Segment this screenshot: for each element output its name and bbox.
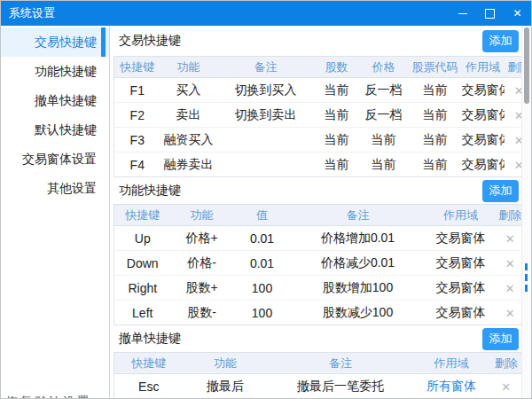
cell: 股数减少100 <box>292 301 425 325</box>
column-header: 股票代码 <box>409 57 462 78</box>
sidebar-item-1[interactable]: 功能快捷键 <box>1 57 109 86</box>
sidebar-item-4[interactable]: 交易窗体设置 <box>1 145 109 174</box>
cell: Left <box>114 301 171 325</box>
settings-window: 系统设置 ✕ 交易快捷键功能快捷键撤单快捷键默认快捷键交易窗体设置其他设置恢复默… <box>0 0 532 399</box>
cell: 价格减少0.01 <box>292 251 425 276</box>
delete-row-icon[interactable]: ✕ <box>501 380 511 394</box>
window-title: 系统设置 <box>1 5 449 21</box>
cell: 当前 <box>359 153 409 177</box>
minimize-button[interactable] <box>449 1 476 26</box>
column-header: 备注 <box>292 205 425 226</box>
cell <box>217 153 315 177</box>
sidebar-item-5[interactable]: 其他设置 <box>1 174 109 203</box>
shortcut-table: 快捷键功能备注股数价格股票代码作用域删除F1买入切换到买入当前反一档当前交易窗体… <box>113 56 531 177</box>
sidebar-item-3[interactable]: 默认快捷键 <box>1 115 109 145</box>
window-controls: ✕ <box>449 1 531 26</box>
scrollbar-accent-mark <box>525 285 528 292</box>
cell: 股数增加100 <box>292 276 425 301</box>
cell: F1 <box>114 78 160 103</box>
cell: 交易窗体 <box>462 103 505 128</box>
cell: 当前 <box>409 103 462 128</box>
scrollbar-thumb[interactable] <box>524 27 529 104</box>
cell: F4 <box>114 153 160 177</box>
delete-cell: ✕ <box>497 251 524 276</box>
cell: 交易窗体 <box>462 128 505 153</box>
cell <box>217 128 315 153</box>
section-header: 撤单快捷键添加 <box>113 325 531 352</box>
cell: 交易窗体 <box>425 276 497 301</box>
column-header: 值 <box>233 205 292 226</box>
cell: 切换到卖出 <box>217 103 315 128</box>
cell: 交易窗体 <box>425 226 497 251</box>
minimize-icon <box>458 13 467 14</box>
add-button[interactable]: 添加 <box>482 328 519 350</box>
cell: 股数- <box>171 301 233 325</box>
settings-sidebar: 交易快捷键功能快捷键撤单快捷键默认快捷键交易窗体设置其他设置恢复默认设置 <box>1 26 110 398</box>
table-row: Right股数+100股数增加100交易窗体✕ <box>114 276 524 301</box>
delete-cell: ✕ <box>489 374 524 399</box>
table-row: Esc撤最后撤最后一笔委托所有窗体✕ <box>114 374 524 399</box>
column-header: 作用域 <box>425 205 497 226</box>
table-row: F3融资买入当前当前当前交易窗体✕ <box>114 128 532 153</box>
column-header: 删除 <box>489 353 524 374</box>
table-row: Left股数-100股数减少100交易窗体✕ <box>114 301 524 325</box>
add-button[interactable]: 添加 <box>482 30 519 52</box>
section-title: 交易快捷键 <box>119 33 181 49</box>
cell: 当前 <box>409 153 462 177</box>
cell: 交易窗体 <box>462 153 505 177</box>
add-button[interactable]: 添加 <box>482 180 519 202</box>
column-header: 删除 <box>497 205 524 226</box>
close-button[interactable]: ✕ <box>504 1 531 26</box>
column-header: 快捷键 <box>114 205 171 226</box>
cell: 反一档 <box>359 78 409 103</box>
title-bar: 系统设置 ✕ <box>1 1 531 26</box>
cell: 融资买入 <box>160 128 217 153</box>
cell: 当前 <box>409 128 462 153</box>
settings-content: 交易快捷键添加快捷键功能备注股数价格股票代码作用域删除F1买入切换到买入当前反一… <box>110 26 531 398</box>
cell: 交易窗体 <box>425 251 497 276</box>
column-header: 备注 <box>217 57 315 78</box>
cell: 当前 <box>315 128 359 153</box>
table-row: F4融券卖出当前当前当前交易窗体✕ <box>114 153 532 177</box>
sidebar-item-0[interactable]: 交易快捷键 <box>1 27 109 57</box>
cell: 当前 <box>359 128 409 153</box>
shortcut-table: 快捷键功能值备注作用域删除Up价格+0.01价格增加0.01交易窗体✕Down价… <box>113 204 524 325</box>
close-icon: ✕ <box>512 8 521 19</box>
cell: Esc <box>114 374 184 399</box>
cell: 所有窗体 <box>414 374 489 399</box>
cell: 融券卖出 <box>160 153 217 177</box>
column-header: 功能 <box>171 205 233 226</box>
cell: 价格增加0.01 <box>292 226 425 251</box>
cell: F2 <box>114 103 160 128</box>
cell: Up <box>114 226 171 251</box>
cell: 反一档 <box>359 103 409 128</box>
delete-row-icon[interactable]: ✕ <box>505 257 515 270</box>
sidebar-item-2[interactable]: 撤单快捷键 <box>1 86 109 115</box>
maximize-button[interactable] <box>476 1 504 26</box>
section-2: 撤单快捷键添加快捷键功能备注作用域删除Esc撤最后撤最后一笔委托所有窗体✕~撤全… <box>113 325 531 398</box>
delete-row-icon[interactable]: ✕ <box>505 307 515 320</box>
cell: 撤最后一笔委托 <box>268 374 414 399</box>
column-header: 功能 <box>160 57 217 78</box>
delete-row-icon[interactable]: ✕ <box>505 232 515 246</box>
scrollbar-accent-mark <box>525 263 528 270</box>
vertical-scrollbar[interactable] <box>521 26 531 398</box>
delete-cell: ✕ <box>497 301 524 325</box>
window-body: 交易快捷键功能快捷键撤单快捷键默认快捷键交易窗体设置其他设置恢复默认设置 交易快… <box>1 26 531 398</box>
cell: 切换到买入 <box>217 78 315 103</box>
cell: 撤最后 <box>184 374 268 399</box>
cell: 当前 <box>315 153 359 177</box>
delete-row-icon[interactable]: ✕ <box>505 282 515 295</box>
cell: 100 <box>233 276 292 301</box>
section-0: 交易快捷键添加快捷键功能备注股数价格股票代码作用域删除F1买入切换到买入当前反一… <box>113 26 531 177</box>
table-row: F1买入切换到买入当前反一档当前交易窗体✕ <box>114 78 532 103</box>
scrollbar-accent-mark <box>525 274 528 281</box>
section-1: 功能快捷键添加快捷键功能值备注作用域删除Up价格+0.01价格增加0.01交易窗… <box>113 177 531 325</box>
cell: 当前 <box>315 78 359 103</box>
delete-cell: ✕ <box>497 226 524 251</box>
column-header: 作用域 <box>462 57 505 78</box>
column-header: 快捷键 <box>114 353 184 374</box>
cell: 价格- <box>171 251 233 276</box>
cell: 0.01 <box>233 251 292 276</box>
cell: 0.01 <box>233 226 292 251</box>
